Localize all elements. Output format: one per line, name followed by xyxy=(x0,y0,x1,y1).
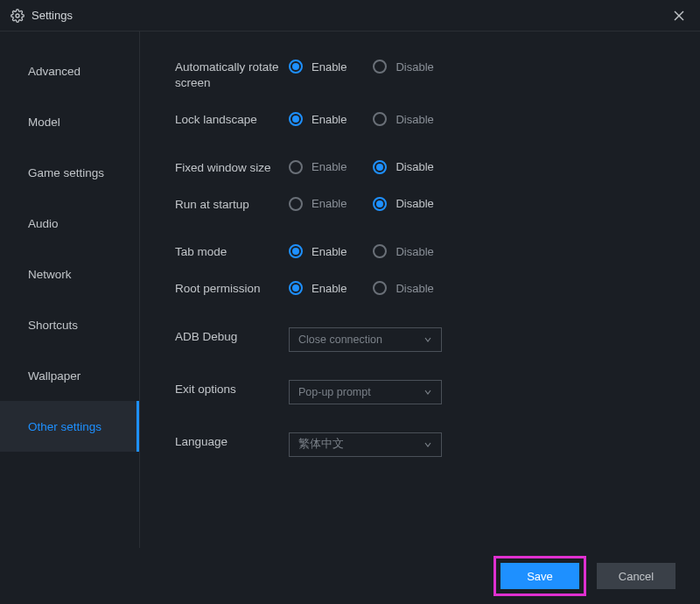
setting-row-tab_mode: Tab modeEnableDisable xyxy=(175,242,700,260)
radio-label: Enable xyxy=(312,160,346,173)
radio-circle-icon xyxy=(289,244,303,258)
radio-lock_landscape-enable[interactable]: Enable xyxy=(289,112,346,126)
select-language[interactable]: 繁体中文 xyxy=(289,432,442,457)
radio-circle-icon xyxy=(373,160,387,174)
setting-row-language: Language繁体中文 xyxy=(175,432,700,457)
setting-row-auto_rotate: Automatically rotate screenEnableDisable xyxy=(175,58,700,91)
cancel-button[interactable]: Cancel xyxy=(597,563,676,589)
select-value: Close connection xyxy=(298,334,382,346)
radio-circle-icon xyxy=(289,112,303,126)
save-button[interactable]: Save xyxy=(500,563,579,589)
radio-label: Enable xyxy=(312,113,346,126)
sidebar-item-audio[interactable]: Audio xyxy=(0,198,139,249)
radio-circle-icon xyxy=(289,197,303,211)
setting-label: Run at startup xyxy=(175,195,289,213)
sidebar-item-advanced[interactable]: Advanced xyxy=(0,46,139,96)
window-title: Settings xyxy=(32,9,73,22)
radio-group: EnableDisable xyxy=(289,58,434,74)
radio-auto_rotate-disable[interactable]: Disable xyxy=(373,60,433,74)
sidebar-item-model[interactable]: Model xyxy=(0,96,139,147)
radio-circle-icon xyxy=(289,160,303,174)
setting-label: Exit options xyxy=(175,380,289,397)
select-exit_options[interactable]: Pop-up prompt xyxy=(289,380,442,404)
radio-label: Disable xyxy=(396,113,433,126)
setting-label: ADB Debug xyxy=(175,327,289,345)
setting-row-root_permission: Root permissionEnableDisable xyxy=(175,279,700,297)
radio-fixed_window_size-disable[interactable]: Disable xyxy=(373,160,433,174)
setting-row-lock_landscape: Lock landscapeEnableDisable xyxy=(175,110,700,128)
radio-group: EnableDisable xyxy=(289,158,434,174)
setting-row-fixed_window_size: Fixed window sizeEnableDisable xyxy=(175,158,700,176)
radio-circle-icon xyxy=(373,60,387,74)
close-button[interactable] xyxy=(668,5,690,26)
radio-circle-icon xyxy=(289,60,303,74)
radio-label: Enable xyxy=(312,60,346,74)
radio-circle-icon xyxy=(373,197,387,211)
sidebar-item-wallpaper[interactable]: Wallpaper xyxy=(0,350,139,401)
radio-group: EnableDisable xyxy=(289,242,434,258)
setting-label: Fixed window size xyxy=(175,158,289,176)
setting-row-adb_debug: ADB DebugClose connection xyxy=(175,327,700,352)
radio-label: Enable xyxy=(312,197,346,210)
radio-tab_mode-disable[interactable]: Disable xyxy=(373,244,433,258)
setting-label: Lock landscape xyxy=(175,110,289,128)
sidebar-item-shortcuts[interactable]: Shortcuts xyxy=(0,299,139,350)
sidebar-item-label: Shortcuts xyxy=(28,319,78,332)
svg-point-0 xyxy=(16,14,19,18)
setting-row-exit_options: Exit optionsPop-up prompt xyxy=(175,380,700,404)
setting-label: Language xyxy=(175,432,289,450)
radio-circle-icon xyxy=(373,244,387,258)
radio-label: Disable xyxy=(396,245,433,258)
radio-fixed_window_size-enable[interactable]: Enable xyxy=(289,160,346,174)
radio-label: Enable xyxy=(312,282,346,295)
radio-auto_rotate-enable[interactable]: Enable xyxy=(289,60,346,74)
setting-label: Automatically rotate screen xyxy=(175,58,289,91)
select-value: Pop-up prompt xyxy=(298,386,371,398)
radio-group: EnableDisable xyxy=(289,110,434,126)
sidebar-item-label: Network xyxy=(28,268,72,281)
radio-tab_mode-enable[interactable]: Enable xyxy=(289,244,346,258)
radio-group: EnableDisable xyxy=(289,195,434,211)
radio-root_permission-disable[interactable]: Disable xyxy=(373,281,433,295)
radio-label: Enable xyxy=(312,245,346,258)
sidebar-item-label: Wallpaper xyxy=(28,369,80,383)
radio-run_at_startup-enable[interactable]: Enable xyxy=(289,197,346,211)
close-icon xyxy=(674,11,684,21)
main-panel: Automatically rotate screenEnableDisable… xyxy=(140,32,700,548)
radio-circle-icon xyxy=(373,281,387,295)
setting-label: Root permission xyxy=(175,279,289,297)
sidebar: AdvancedModelGame settingsAudioNetworkSh… xyxy=(0,32,140,548)
chevron-down-icon xyxy=(424,388,432,397)
sidebar-item-label: Advanced xyxy=(28,65,80,78)
sidebar-item-label: Audio xyxy=(28,217,59,230)
radio-run_at_startup-disable[interactable]: Disable xyxy=(373,197,433,211)
radio-label: Disable xyxy=(396,282,433,295)
radio-label: Disable xyxy=(396,60,433,74)
chevron-down-icon xyxy=(424,335,432,344)
radio-lock_landscape-disable[interactable]: Disable xyxy=(373,112,433,126)
radio-circle-icon xyxy=(289,281,303,295)
radio-label: Disable xyxy=(396,197,433,210)
radio-group: EnableDisable xyxy=(289,279,434,295)
sidebar-item-label: Other settings xyxy=(28,420,102,433)
setting-row-run_at_startup: Run at startupEnableDisable xyxy=(175,195,700,213)
select-adb_debug[interactable]: Close connection xyxy=(289,327,442,352)
sidebar-item-network[interactable]: Network xyxy=(0,249,139,299)
sidebar-item-label: Game settings xyxy=(28,166,104,179)
footer: Save Cancel xyxy=(0,548,700,604)
setting-label: Tab mode xyxy=(175,242,289,260)
radio-root_permission-enable[interactable]: Enable xyxy=(289,281,346,295)
title-bar: Settings xyxy=(0,0,700,32)
gear-icon xyxy=(10,9,24,23)
sidebar-item-game-settings[interactable]: Game settings xyxy=(0,147,139,198)
sidebar-item-label: Model xyxy=(28,116,60,129)
radio-label: Disable xyxy=(396,160,433,173)
sidebar-item-other-settings[interactable]: Other settings xyxy=(0,401,139,452)
radio-circle-icon xyxy=(373,112,387,126)
select-value: 繁体中文 xyxy=(298,437,344,452)
chevron-down-icon xyxy=(424,440,432,449)
